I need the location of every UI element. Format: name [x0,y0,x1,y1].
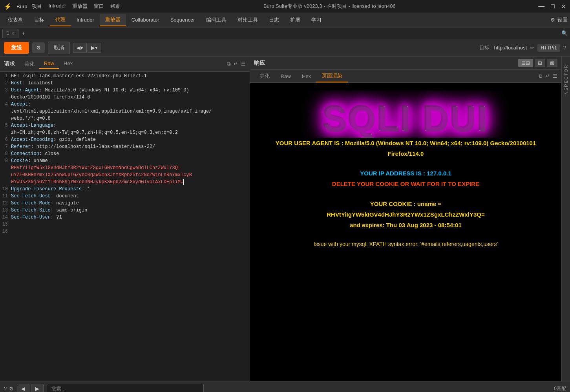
code-line-2: 2 Host: localhost [0,80,250,88]
nav-learn[interactable]: 学习 [306,14,327,26]
tab-id: 1 [7,31,9,36]
code-line-3a: 3 User-Agent: Mozilla/5.0 (Windows NT 10… [0,88,250,95]
nav-collaborator[interactable]: Collaborator [126,15,165,25]
menu-icon[interactable]: ☰ [241,61,246,67]
next-button[interactable]: ▶▾ [88,43,101,53]
response-body: YOUR USER AGENT IS : Mozilla/5.0 (Window… [258,138,554,249]
code-line-4c: webp,*/*;q=0.8 [0,116,250,123]
response-wrap-icon[interactable]: ↵ [545,73,550,79]
toolbar: 发送 ⚙ 取消 ◀▾ ▶▾ 目标: http://localhost ✏ HTT… [0,39,570,57]
sqli-dumb-title: SQLI DUI [258,98,554,138]
request-code-area[interactable]: 1 GET /sqli-labs-master/Less-22/index.ph… [0,72,250,381]
request-panel-icons: ⧉ ↵ ☰ [227,61,246,67]
send-button[interactable]: 发送 [4,42,29,54]
response-copy-icon[interactable]: ⧉ [539,73,542,79]
nav-proxy[interactable]: 代理 [50,14,71,26]
request-settings-button[interactable]: ⚙ [32,42,45,53]
maximize-button[interactable]: □ [551,3,555,10]
response-tabs: 美化 Raw Hex 页面渲染 ⧉ ↵ ☰ [250,70,561,83]
expires-text: and expires: Thu 03 Aug 2023 - 08:54:01 [258,220,554,230]
target-area: 目标: http://localhost ✏ HTTP/1 ? [479,44,566,52]
menu-repeater[interactable]: 重放器 [72,3,88,10]
response-panel-icons: ⧉ ↵ ☰ [539,73,557,79]
cookie-label: YOUR COOKIE : uname = [258,199,554,209]
http-version-badge[interactable]: HTTP/1 [537,44,560,52]
back-button[interactable]: ◀ [17,384,29,392]
wrap-icon[interactable]: ↵ [234,61,238,67]
edit-target-icon[interactable]: ✏ [530,45,534,51]
bottom-toolbar: ? ⚙ ◀ ▶ 0匹配 [0,381,570,392]
tab-row: 1 × + 🔍 [0,27,570,39]
nav-tabs: 仪表盘 目标 代理 Intruder 重放器 Collaborator Sequ… [0,13,570,27]
nav-encoder[interactable]: 编码工具 [201,14,232,26]
code-line-5b: zh-CN,zh;q=0.8,zh-TW;q=0.7,zh-HK;q=0.5,e… [0,130,250,137]
nav-comparer[interactable]: 对比工具 [232,14,263,26]
split-vert-icon[interactable]: ⊞ [535,59,545,67]
settings-button[interactable]: ⚙ 设置 [550,16,568,24]
response-tab-rendered[interactable]: 页面渲染 [316,70,348,82]
code-line-16: 16 [0,229,250,236]
code-line-1: 1 GET /sqli-labs-master/Less-22/index.ph… [0,73,250,80]
menu-help[interactable]: 帮助 [110,3,121,10]
settings-bottom-icon[interactable]: ⚙ [9,386,14,392]
match-count: 0匹配 [554,385,566,392]
nav-extensions[interactable]: 扩展 [285,14,306,26]
response-content: SQLI DUI YOUR USER AGENT IS : Mozilla/5.… [250,83,561,381]
split-horiz-icon[interactable]: ⊟⊟ [518,59,533,67]
tab-close[interactable]: × [12,31,14,36]
nav-sequencer[interactable]: Sequencer [165,15,201,25]
request-tab-raw[interactable]: Raw [39,59,59,69]
search-input[interactable] [47,384,204,392]
code-line-13: 13 Sec-Fetch-Site: same-origin [0,208,250,215]
help-bottom-icon[interactable]: ? [4,386,7,392]
help-icon[interactable]: ? [563,45,566,51]
nav-repeater[interactable]: 重放器 [100,14,126,26]
bottom-nav-btns: ◀ ▶ [17,384,44,392]
minimize-button[interactable]: — [538,3,544,10]
response-tab-pretty[interactable]: 美化 [254,70,275,82]
repeater-tab-1[interactable]: 1 × [2,29,18,38]
window-controls: — □ ✕ [538,3,566,10]
code-line-7: 7 Referer: http://localhost/sqli-labs-ma… [0,144,250,151]
delete-text: DELETE YOUR COOKIE OR WAIT FOR IT TO EXP… [258,179,554,189]
response-menu-icon[interactable]: ☰ [553,73,557,79]
response-tab-hex[interactable]: Hex [296,71,316,82]
request-tab-hex[interactable]: Hex [59,59,77,69]
menu-intruder[interactable]: Intruder [48,3,66,10]
settings-label: 设置 [557,16,568,24]
search-icon[interactable]: 🔍 [561,30,568,36]
nav-dashboard[interactable]: 仪表盘 [2,14,29,26]
request-title: 请求 [4,60,15,67]
issue-text: Issue with your mysql: XPATH syntax erro… [258,239,554,249]
nav-target[interactable]: 目标 [29,14,50,26]
code-line-9a: 9 Cookie: uname= [0,158,250,165]
request-tabs: 美化 Raw Hex [20,59,77,69]
menu-window[interactable]: 窗口 [94,3,104,10]
code-line-15: 15 [0,222,250,229]
response-tab-raw[interactable]: Raw [275,71,296,82]
app-name[interactable]: Burp [16,4,27,9]
prev-button[interactable]: ◀▾ [73,43,87,53]
cancel-button[interactable]: 取消 [48,42,70,54]
nav-arrows: ◀▾ ▶▾ [73,43,101,53]
full-icon[interactable]: ⊠ [547,59,557,67]
request-tab-pretty[interactable]: 美化 [20,59,39,69]
view-icons: ⊟⊟ ⊞ ⊠ [518,59,557,67]
add-tab-button[interactable]: + [18,28,28,38]
burp-logo: ⚡ [4,3,12,10]
copy-icon[interactable]: ⧉ [227,61,230,67]
code-line-10: 10 Upgrade-Insecure-Requests: 1 [0,186,250,193]
code-line-5a: 5 Accept-Language: [0,123,250,130]
request-panel: 请求 美化 Raw Hex ⧉ ↵ ☰ 1 GET /sqli-labs-mas… [0,57,250,381]
inspector-label: INSPECTOR [564,64,568,97]
close-button[interactable]: ✕ [561,3,566,10]
forward-button[interactable]: ▶ [31,384,44,392]
target-url: http://localhost [494,45,527,51]
target-label: 目标: [479,44,491,51]
window-title: Burp Suite专业版 v2023.3 - 临时项目 - licensed … [263,3,396,10]
gear-icon: ⚙ [550,17,555,23]
nav-logger[interactable]: 日志 [263,14,285,26]
nav-intruder[interactable]: Intruder [71,15,100,25]
titlebar-left: ⚡ Burp 项目 Intruder 重放器 窗口 帮助 [4,3,121,10]
menu-project[interactable]: 项目 [32,3,42,10]
